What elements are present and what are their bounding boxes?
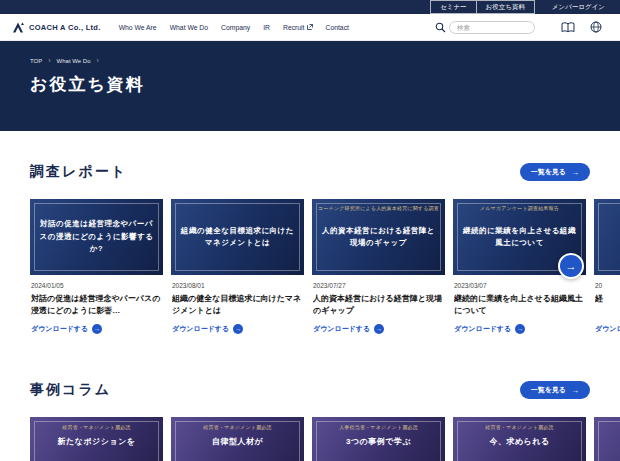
card-body: 2024/01/05 対話の促進は経営理念やパーパスの浸透にどのように影響… ダ… <box>30 275 163 335</box>
logo-text: COACH A Co., Ltd. <box>29 23 101 32</box>
nav-item-ir[interactable]: IR <box>263 24 270 31</box>
report-card[interactable]: 対話の促進は経営理念やパーパスの浸透にどのように影響するか? 2024/01/0… <box>30 199 163 335</box>
report-view-all-button[interactable]: 一覧を見る → <box>520 163 590 181</box>
card-date: 20 <box>595 282 620 289</box>
search-input[interactable] <box>449 21 535 34</box>
download-label: ダウンロードする <box>313 324 370 334</box>
page: セミナー お役立ち資料 メンバーログイン COACH A Co., Ltd. W… <box>0 0 620 461</box>
nav-item-contact[interactable]: Contact <box>326 24 349 31</box>
external-link-icon <box>307 24 313 30</box>
breadcrumb-top[interactable]: TOP <box>30 58 42 64</box>
book-icon[interactable] <box>561 22 575 33</box>
column-view-all-button[interactable]: 一覧を見る → <box>520 381 590 399</box>
card-image-label: 経営者・マネジメント層必読 <box>485 424 553 431</box>
main-content: 調査レポート 一覧を見る → 対話の促進は経営理念やパーパスの浸透にどのように影… <box>0 163 620 461</box>
card-title: 経 <box>595 293 620 317</box>
card-image-text: 自律型人材が <box>212 435 263 448</box>
chevron-right-icon: › <box>48 57 50 64</box>
column-card-image: 経営者・マネジメント層必読 今、求められる <box>453 417 586 461</box>
arrow-right-icon: → <box>374 324 384 334</box>
breadcrumb: TOP › What We Do › <box>30 57 590 64</box>
card-date: 2023/03/07 <box>454 282 585 289</box>
column-carousel: 経営者・マネジメント層必読 新たなポジションを 経営者・マネジメント層必読 自律… <box>30 417 590 461</box>
nav-item-company[interactable]: Company <box>221 24 250 31</box>
globe-icon[interactable] <box>590 21 602 33</box>
arrow-right-icon: → <box>515 324 525 334</box>
report-carousel: 対話の促進は経営理念やパーパスの浸透にどのように影響するか? 2024/01/0… <box>30 199 590 335</box>
card-image-label: 人事担当者・マネジメント層必読 <box>339 424 418 431</box>
site-header: COACH A Co., Ltd. Who We Are What We Do … <box>0 14 620 41</box>
download-link[interactable]: ダウンロードする → <box>313 324 384 334</box>
logo-icon <box>12 21 25 34</box>
report-cards: 対話の促進は経営理念やパーパスの浸透にどのように影響するか? 2024/01/0… <box>30 199 590 335</box>
topbar-link-member-login[interactable]: メンバーログイン <box>543 0 614 14</box>
download-link[interactable]: ダウンロードする → <box>172 324 243 334</box>
card-body: 2023/03/07 継続的に業績を向上させる組織風土について ダウンロードする… <box>453 275 586 335</box>
download-link[interactable]: ダウンロードする → <box>454 324 525 334</box>
arrow-right-icon: → <box>571 168 579 177</box>
card-image-text: 人的資本経営における経営陣と現場のギャップ <box>319 225 438 250</box>
card-title: 人的資本経営における経営陣と現場のギャップ <box>313 293 444 317</box>
column-card[interactable]: 人事担当者・マネジメント層必読 3つの事例で学ぶ <box>312 417 445 461</box>
card-image-label: メルマガアンケート調査結果報告 <box>459 205 580 212</box>
download-link[interactable]: ダウンロードする → <box>31 324 102 334</box>
card-body: 20 経 ダウンロードする → <box>594 275 620 335</box>
column-card[interactable] <box>594 417 620 461</box>
download-label: ダウンロードする <box>172 324 229 334</box>
arrow-right-icon: → <box>571 386 579 395</box>
column-card-image <box>594 417 620 461</box>
card-title: 継続的に業績を向上させる組織風土について <box>454 293 585 317</box>
column-cards: 経営者・マネジメント層必読 新たなポジションを 経営者・マネジメント層必読 自律… <box>30 417 590 461</box>
card-date: 2024/01/05 <box>31 282 162 289</box>
nav-item-recruit[interactable]: Recruit <box>283 24 313 31</box>
column-card[interactable]: 経営者・マネジメント層必読 新たなポジションを <box>30 417 163 461</box>
report-card-image: 経 <box>594 199 620 275</box>
card-title: 対話の促進は経営理念やパーパスの浸透にどのように影響… <box>31 293 162 317</box>
card-image-text: 組織の健全な目標追求に向けたマネジメントとは <box>178 225 297 250</box>
card-image-text: 対話の促進は経営理念やパーパスの浸透にどのように影響するか? <box>37 218 156 255</box>
utility-bar: セミナー お役立ち資料 メンバーログイン <box>0 0 620 14</box>
download-label: ダウンロードする <box>454 324 511 334</box>
report-card-image: 対話の促進は経営理念やパーパスの浸透にどのように影響するか? <box>30 199 163 275</box>
report-section-head: 調査レポート 一覧を見る → <box>30 163 590 181</box>
report-card-image: コーチング研究所による人的資本経営に関する調査 人的資本経営における経営陣と現場… <box>312 199 445 275</box>
search <box>435 21 535 34</box>
search-icon[interactable] <box>435 22 446 33</box>
report-card[interactable]: 組織の健全な目標追求に向けたマネジメントとは 2023/08/01 組織の健全な… <box>171 199 304 335</box>
card-image-text: 新たなポジションを <box>58 435 136 448</box>
report-view-all-label: 一覧を見る <box>531 167 566 177</box>
chevron-right-icon: › <box>96 57 98 64</box>
page-title: お役立ち資料 <box>30 73 590 96</box>
arrow-right-icon: → <box>233 324 243 334</box>
column-section-head: 事例コラム 一覧を見る → <box>30 381 590 399</box>
column-card[interactable]: 経営者・マネジメント層必読 自律型人材が <box>171 417 304 461</box>
download-label: ダウンロードする <box>31 324 88 334</box>
card-body: 2023/08/01 組織の健全な目標追求に向けたマネジメントとは ダウンロード… <box>171 275 304 335</box>
card-date: 2023/08/01 <box>172 282 303 289</box>
card-image-text: 3つの事例で学ぶ <box>346 435 411 448</box>
card-image-label: コーチング研究所による人的資本経営に関する調査 <box>318 205 439 212</box>
column-card[interactable]: 経営者・マネジメント層必読 今、求められる <box>453 417 586 461</box>
download-link[interactable]: ダウンロードする → <box>595 324 620 334</box>
card-image-label: 経営者・マネジメント層必読 <box>62 424 130 431</box>
report-card[interactable]: コーチング研究所による人的資本経営に関する調査 人的資本経営における経営陣と現場… <box>312 199 445 335</box>
arrow-right-icon: → <box>92 324 102 334</box>
nav-item-what-we-do[interactable]: What We Do <box>170 24 208 31</box>
topbar-link-resources[interactable]: お役立ち資料 <box>477 0 535 14</box>
logo[interactable]: COACH A Co., Ltd. <box>12 21 101 34</box>
carousel-next-button[interactable]: → <box>558 253 584 279</box>
column-view-all-label: 一覧を見る <box>531 385 566 395</box>
report-section-title: 調査レポート <box>30 163 127 181</box>
report-card[interactable]: 経 20 経 ダウンロードする → <box>594 199 620 335</box>
column-card-image: 経営者・マネジメント層必読 新たなポジションを <box>30 417 163 461</box>
hero: TOP › What We Do › お役立ち資料 <box>0 41 620 131</box>
download-label: ダウンロードする <box>595 324 620 334</box>
nav-item-who-we-are[interactable]: Who We Are <box>119 24 157 31</box>
report-card-image: 組織の健全な目標追求に向けたマネジメントとは <box>171 199 304 275</box>
topbar-link-seminar[interactable]: セミナー <box>430 0 476 14</box>
column-card-image: 経営者・マネジメント層必読 自律型人材が <box>171 417 304 461</box>
nav-item-recruit-label: Recruit <box>283 24 305 31</box>
breadcrumb-what-we-do[interactable]: What We Do <box>57 58 91 64</box>
column-section-title: 事例コラム <box>30 381 111 399</box>
header-icons <box>561 21 602 33</box>
